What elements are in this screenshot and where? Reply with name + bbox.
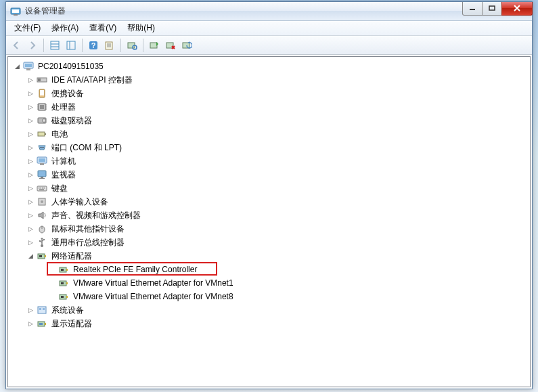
expand-icon[interactable]: ▷ bbox=[26, 238, 35, 247]
sound-icon bbox=[37, 210, 47, 221]
tree-label: 电池 bbox=[50, 128, 69, 141]
titlebar[interactable]: 设备管理器 bbox=[6, 2, 532, 21]
toolbar-separator bbox=[143, 39, 143, 52]
svg-rect-81 bbox=[39, 323, 43, 325]
expand-icon[interactable]: ▷ bbox=[26, 224, 35, 234]
tree-item-vmnet1[interactable]: VMware Virtual Ethernet Adapter for VMne… bbox=[9, 276, 529, 290]
keyboard-icon bbox=[37, 183, 47, 194]
uninstall-button[interactable] bbox=[163, 38, 178, 53]
tree-category-cpu[interactable]: ▷ 处理器 bbox=[9, 100, 529, 114]
minimize-button[interactable] bbox=[462, 2, 483, 16]
svg-rect-77 bbox=[39, 308, 41, 310]
toolbar-separator bbox=[120, 39, 121, 52]
expand-icon[interactable]: ▷ bbox=[26, 129, 35, 139]
tree-category-ports[interactable]: ▷ 端口 (COM 和 LPT) bbox=[9, 141, 529, 154]
expand-icon[interactable]: ▷ bbox=[26, 156, 35, 166]
expand-icon[interactable]: ▷ bbox=[26, 89, 35, 98]
svg-rect-19 bbox=[150, 43, 157, 48]
expand-icon[interactable]: ▷ bbox=[26, 75, 35, 85]
window-title: 设备管理器 bbox=[25, 5, 463, 17]
hid-icon bbox=[37, 196, 47, 207]
computer-icon bbox=[23, 61, 34, 72]
svg-rect-55 bbox=[39, 190, 44, 191]
collapse-icon[interactable]: ◢ bbox=[12, 62, 22, 71]
tree-label: 处理器 bbox=[50, 101, 77, 114]
tree-category-network[interactable]: ◢ 网络适配器 bbox=[9, 249, 529, 263]
expand-icon[interactable]: ▷ bbox=[26, 319, 35, 328]
svg-rect-24 bbox=[26, 68, 30, 70]
svg-rect-8 bbox=[67, 41, 75, 49]
help-button[interactable]: ? bbox=[86, 38, 101, 53]
tree-spacer bbox=[47, 278, 57, 288]
tree-label: 通用串行总线控制器 bbox=[50, 236, 126, 249]
tree-category-sound[interactable]: ▷ 声音、视频和游戏控制器 bbox=[9, 209, 529, 222]
tree-category-battery[interactable]: ▷ 电池 bbox=[9, 127, 529, 141]
tree-label: VMware Virtual Ethernet Adapter for VMne… bbox=[72, 291, 235, 302]
tree-category-mouse[interactable]: ▷ 鼠标和其他指针设备 bbox=[9, 222, 529, 236]
tree-label: 便携设备 bbox=[50, 87, 85, 100]
close-button[interactable] bbox=[501, 2, 533, 16]
tree-label: 显示适配器 bbox=[50, 318, 93, 330]
tree-item-vmnet8[interactable]: VMware Virtual Ethernet Adapter for VMne… bbox=[9, 290, 529, 303]
collapse-icon[interactable]: ◢ bbox=[26, 251, 35, 261]
battery-icon bbox=[37, 129, 47, 139]
svg-rect-76 bbox=[38, 307, 46, 313]
view-detail-button[interactable] bbox=[64, 38, 79, 53]
svg-rect-63 bbox=[43, 239, 45, 240]
tree-label: 端口 (COM 和 LPT) bbox=[50, 141, 123, 154]
tree-item-realtek[interactable]: Realtek PCIe FE Family Controller bbox=[9, 263, 529, 276]
expand-icon[interactable]: ▷ bbox=[26, 102, 35, 112]
maximize-button[interactable] bbox=[482, 2, 502, 16]
tree-category-system[interactable]: ▷ 系统设备 bbox=[9, 303, 529, 317]
disk-drive-icon bbox=[37, 115, 47, 126]
tree-label: 鼠标和其他指针设备 bbox=[50, 223, 126, 236]
svg-rect-53 bbox=[42, 188, 43, 189]
tree-category-disk[interactable]: ▷ 磁盘驱动器 bbox=[9, 114, 529, 127]
tree-label: IDE ATA/ATAPI 控制器 bbox=[50, 74, 134, 87]
toolbar-separator bbox=[43, 39, 44, 52]
expand-icon[interactable]: ▷ bbox=[26, 143, 35, 152]
tree-category-computer[interactable]: ▷ 计算机 bbox=[9, 154, 529, 168]
svg-rect-1 bbox=[12, 9, 19, 13]
tree-category-hid[interactable]: ▷ 人体学输入设备 bbox=[9, 195, 529, 209]
svg-rect-45 bbox=[39, 158, 45, 162]
tree-label: Realtek PCIe FE Family Controller bbox=[72, 264, 198, 275]
tree-category-usb[interactable]: ▷ 通用串行总线控制器 bbox=[9, 236, 529, 249]
menu-file[interactable]: 文件(F) bbox=[9, 20, 46, 36]
expand-icon[interactable]: ▷ bbox=[26, 197, 35, 206]
tree-category-keyboard[interactable]: ▷ 键盘 bbox=[9, 181, 529, 195]
tree-spacer bbox=[47, 292, 57, 301]
expand-icon[interactable]: ▷ bbox=[26, 305, 35, 315]
monitor-icon bbox=[37, 169, 47, 180]
svg-point-62 bbox=[39, 240, 41, 242]
expand-icon[interactable]: ▷ bbox=[26, 170, 35, 179]
tree-root[interactable]: ◢ PC201409151035 bbox=[9, 60, 529, 73]
device-tree[interactable]: ◢ PC201409151035 ▷ IDE ATA/ATAPI 控制器 ▷ 便… bbox=[7, 56, 531, 387]
svg-rect-66 bbox=[39, 255, 42, 257]
tree-category-portable[interactable]: ▷ 便携设备 bbox=[9, 87, 529, 100]
svg-line-18 bbox=[136, 49, 137, 49]
tree-label: 系统设备 bbox=[50, 304, 85, 317]
window-controls bbox=[463, 2, 533, 16]
tree-label: PC201409151035 bbox=[37, 61, 105, 72]
menu-action[interactable]: 操作(A) bbox=[46, 20, 84, 36]
svg-point-42 bbox=[41, 147, 43, 148]
expand-icon[interactable]: ▷ bbox=[26, 116, 35, 125]
tree-category-display[interactable]: ▷ 显示适配器 bbox=[9, 317, 529, 330]
menu-view[interactable]: 查看(V) bbox=[84, 20, 122, 36]
tree-category-monitor[interactable]: ▷ 监视器 bbox=[9, 168, 529, 181]
tree-category-ide[interactable]: ▷ IDE ATA/ATAPI 控制器 bbox=[9, 73, 529, 87]
menu-help[interactable]: 帮助(H) bbox=[122, 20, 160, 36]
svg-rect-48 bbox=[41, 177, 43, 178]
forward-button[interactable] bbox=[25, 38, 40, 53]
update-driver-button[interactable] bbox=[179, 38, 194, 53]
properties-button[interactable] bbox=[102, 38, 117, 53]
scan-hardware-button[interactable] bbox=[125, 38, 139, 53]
expand-icon[interactable]: ▷ bbox=[26, 183, 35, 193]
svg-rect-28 bbox=[40, 90, 44, 95]
back-button[interactable] bbox=[9, 38, 24, 53]
expand-icon[interactable]: ▷ bbox=[26, 211, 35, 220]
enable-button[interactable] bbox=[147, 38, 162, 53]
view-list-button[interactable] bbox=[47, 38, 62, 53]
app-icon bbox=[10, 6, 21, 17]
